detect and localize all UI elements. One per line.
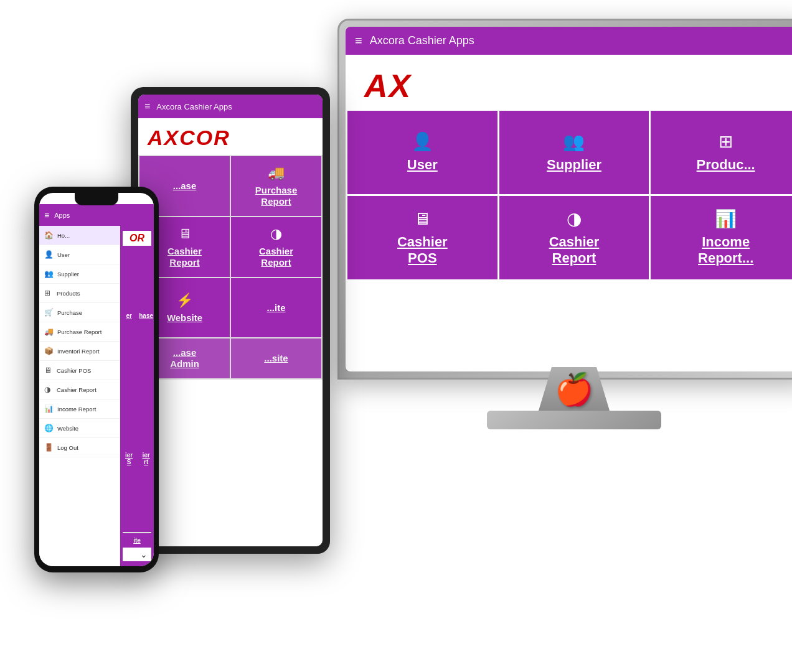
tablet-hamburger-icon[interactable]: ≡ [144, 101, 150, 112]
phone-main-logo: OR [123, 231, 151, 246]
sidebar-item-website[interactable]: 🌐 Website [39, 419, 120, 438]
phone-main-item-1-label: er [126, 312, 131, 319]
phone-main-item-2[interactable]: hase [136, 247, 154, 385]
monitor-grid-supplier[interactable]: 👥 Supplier [499, 111, 649, 194]
tablet-partial-purchase-label: ...ase [173, 180, 197, 192]
sidebar-item-products[interactable]: ⊞ Products [39, 284, 120, 303]
monitor-grid-income-report[interactable]: 📊 IncomeReport... [651, 196, 792, 279]
tablet-website-label: Website [167, 312, 202, 324]
tablet-app-bar: ≡ Axcora Cashier Apps [138, 95, 323, 118]
phone-hamburger-icon[interactable]: ≡ [44, 210, 49, 220]
phone-dropdown-indicator: ⌄ [123, 548, 151, 561]
sidebar-item-home[interactable]: 🏠 Ho... [39, 226, 120, 245]
phone-app-bar: ≡ Apps [39, 204, 154, 226]
sidebar-item-income[interactable]: 📊 Income Report [39, 399, 120, 419]
sidebar-home-label: Ho... [57, 232, 70, 239]
tablet-logo-text: AXCOR [148, 126, 230, 149]
tablet-logo-area: AXCOR [138, 118, 323, 155]
tablet-bottom-left-label: ...aseAdmin [170, 347, 199, 370]
tablet-device: ≡ Axcora Cashier Apps AXCOR ...ase 🚚 Pur… [131, 87, 330, 554]
sidebar-item-user[interactable]: 👤 User [39, 245, 120, 264]
sidebar-inventory-label: Inventori Report [57, 348, 100, 355]
tablet-grid-extra[interactable]: ...ite [231, 278, 321, 337]
sidebar-item-purchase-report[interactable]: 🚚 Purchase Report [39, 322, 120, 342]
monitor-hamburger-icon[interactable]: ≡ [355, 34, 362, 48]
chevron-down-icon: ⌄ [140, 549, 148, 559]
sidebar-item-logout[interactable]: 🚪 Log Out [39, 438, 120, 457]
phone-main-item-4[interactable]: ierrt [136, 386, 154, 531]
cashier-report-icon: ◑ [567, 208, 582, 229]
phone-device: ≡ Apps 🏠 Ho... 👤 User 👥 [34, 187, 159, 572]
tablet-grid-cashier-report[interactable]: ◑ CashierReport [231, 217, 321, 277]
cashier-report-label: CashierReport [549, 234, 600, 267]
phone-notch [75, 193, 118, 205]
monitor-grid: 👤 User 👥 Supplier ⊞ Produc... 🖥 CashierP… [346, 111, 792, 281]
monitor-grid-cashier-pos[interactable]: 🖥 CashierPOS [347, 196, 497, 279]
tablet-screen: ≡ Axcora Cashier Apps AXCOR ...ase 🚚 Pur… [138, 95, 323, 546]
income-report-label: IncomeReport... [698, 234, 753, 267]
sidebar-purchase-label: Purchase [57, 309, 82, 316]
tablet-grid: 🖥 CashierReport ◑ CashierReport ⚡ Websit… [138, 216, 323, 338]
supplier-label: Supplier [547, 157, 601, 173]
phone-logo-text: OR [130, 233, 144, 243]
phone-website-icon: 🌐 [44, 424, 54, 432]
phone-main-bottom-label: ite [133, 537, 141, 544]
phone-cashier-pos-icon: 🖥 [44, 366, 53, 375]
sidebar-item-purchase[interactable]: 🛒 Purchase [39, 303, 120, 322]
tablet-purchase-report-icon: 🚚 [268, 165, 285, 181]
phone-frame: ≡ Apps 🏠 Ho... 👤 User 👥 [34, 187, 159, 572]
phone-inventory-icon: 📦 [44, 347, 54, 355]
tablet-bottom-right[interactable]: ...site [231, 338, 321, 378]
monitor-logo-area: AX [346, 55, 792, 111]
sidebar-item-cashier-report[interactable]: ◑ Cashier Report [39, 380, 120, 399]
sidebar-item-cashier-pos[interactable]: 🖥 Cashier POS [39, 361, 120, 380]
sidebar-item-supplier[interactable]: 👥 Supplier [39, 264, 120, 284]
sidebar-products-label: Products [57, 290, 80, 297]
monitor-grid-product[interactable]: ⊞ Produc... [651, 111, 792, 194]
sidebar-purchase-report-label: Purchase Report [57, 329, 101, 335]
phone-main-item-3[interactable]: ierS [123, 386, 135, 531]
tablet-bottom-right-label: ...site [264, 353, 288, 364]
cashier-pos-icon: 🖥 [413, 208, 431, 229]
phone-main-grid: er hase ierS ierrt [123, 247, 151, 531]
phone-supplier-icon: 👥 [44, 269, 54, 278]
user-icon: 👤 [412, 131, 433, 152]
tablet-cashier-pos-label: CashierReport [167, 246, 202, 268]
tablet-website-icon: ⚡ [176, 292, 193, 309]
phone-screen: ≡ Apps 🏠 Ho... 👤 User 👥 [39, 193, 154, 566]
phone-main-item-1[interactable]: er [123, 247, 135, 385]
sidebar-item-inventory[interactable]: 📦 Inventori Report [39, 342, 120, 361]
phone-main-area: OR er hase ierS ierrt [120, 226, 154, 566]
phone-app-title: Apps [54, 212, 70, 219]
monitor-grid-cashier-report[interactable]: ◑ CashierReport [499, 196, 649, 279]
monitor-logo-text: AX [364, 68, 412, 104]
phone-main-bottom[interactable]: ite [123, 532, 151, 548]
monitor-grid-user[interactable]: 👤 User [347, 111, 497, 194]
phone-products-icon: ⊞ [44, 289, 53, 297]
phone-main-item-2-label: hase [139, 312, 153, 319]
home-icon: 🏠 [44, 231, 54, 240]
supplier-icon: 👥 [563, 131, 585, 152]
phone-content: 🏠 Ho... 👤 User 👥 Supplier ⊞ Products [39, 226, 154, 566]
tablet-app-title: Axcora Cashier Apps [156, 102, 232, 111]
user-label: User [407, 157, 438, 173]
sidebar-logout-label: Log Out [57, 444, 78, 451]
product-label: Produc... [697, 157, 755, 173]
tablet-partial-purchase-report[interactable]: 🚚 PurchaseReport [231, 156, 321, 216]
sidebar-cashier-pos-label: Cashier POS [57, 367, 91, 374]
phone-logout-icon: 🚪 [44, 443, 54, 452]
monitor-device: ≡ Axcora Cashier Apps AX 👤 User 👥 Suppli… [337, 19, 792, 442]
phone-purchase-icon: 🛒 [44, 308, 54, 317]
monitor-frame: ≡ Axcora Cashier Apps AX 👤 User 👥 Suppli… [337, 19, 792, 380]
phone-user-icon: 👤 [44, 250, 54, 259]
tablet-cashier-pos-icon: 🖥 [178, 226, 192, 242]
monitor-base [487, 411, 661, 429]
phone-main-item-4-label: ierrt [143, 452, 150, 465]
phone-sidebar: 🏠 Ho... 👤 User 👥 Supplier ⊞ Products [39, 226, 120, 566]
tablet-frame: ≡ Axcora Cashier Apps AXCOR ...ase 🚚 Pur… [131, 87, 330, 554]
product-icon: ⊞ [719, 131, 733, 152]
monitor-screen: ≡ Axcora Cashier Apps AX 👤 User 👥 Suppli… [346, 27, 792, 371]
tablet-extra-label: ...ite [266, 302, 285, 314]
sidebar-cashier-report-label: Cashier Report [57, 386, 97, 393]
monitor-app-bar: ≡ Axcora Cashier Apps [346, 27, 792, 55]
